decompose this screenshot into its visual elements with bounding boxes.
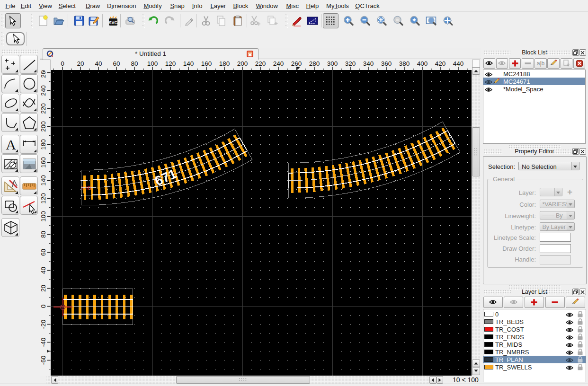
svg-text:80: 80: [131, 60, 138, 67]
svg-text:60: 60: [40, 249, 47, 256]
svg-text:320: 320: [345, 60, 356, 67]
svg-text:140: 140: [40, 175, 47, 186]
svg-text:180: 180: [40, 139, 47, 150]
svg-text:280: 280: [309, 60, 320, 67]
svg-text:100: 100: [147, 60, 158, 67]
svg-text:240: 240: [273, 60, 284, 67]
svg-text:120: 120: [40, 193, 47, 204]
svg-text:100: 100: [40, 211, 47, 222]
svg-text:400: 400: [417, 60, 428, 67]
svg-text:0: 0: [40, 305, 47, 308]
svg-text:20: 20: [40, 285, 47, 292]
svg-text:40: 40: [95, 60, 102, 67]
svg-text:-60: -60: [40, 356, 47, 365]
svg-text:260: 260: [40, 70, 47, 78]
svg-text:A: A: [6, 137, 16, 152]
svg-text:0: 0: [61, 60, 64, 67]
svg-text:420: 420: [435, 60, 446, 67]
svg-text:140: 140: [183, 60, 194, 67]
svg-text:-40: -40: [40, 338, 47, 347]
svg-text:380: 380: [399, 60, 410, 67]
svg-text:180: 180: [219, 60, 230, 67]
svg-text:-20: -20: [40, 320, 47, 329]
svg-text:80: 80: [40, 231, 47, 238]
svg-text:160: 160: [201, 60, 212, 67]
svg-text:240: 240: [40, 85, 47, 96]
svg-text:220: 220: [40, 103, 47, 114]
svg-text:20: 20: [77, 60, 84, 67]
svg-text:300: 300: [327, 60, 338, 67]
svg-text:200: 200: [40, 121, 47, 132]
svg-text:440: 440: [453, 60, 464, 67]
svg-text:120: 120: [165, 60, 176, 67]
svg-text:SVG: SVG: [108, 20, 117, 25]
svg-text:260: 260: [291, 60, 302, 67]
svg-text:40: 40: [40, 267, 47, 274]
svg-text:340: 340: [363, 60, 374, 67]
svg-text:1 4B: 1 4B: [80, 185, 91, 191]
svg-text:200: 200: [237, 60, 248, 67]
svg-text:220: 220: [255, 60, 266, 67]
svg-text:360: 360: [381, 60, 392, 67]
svg-text:160: 160: [40, 157, 47, 168]
svg-text:60: 60: [113, 60, 120, 67]
